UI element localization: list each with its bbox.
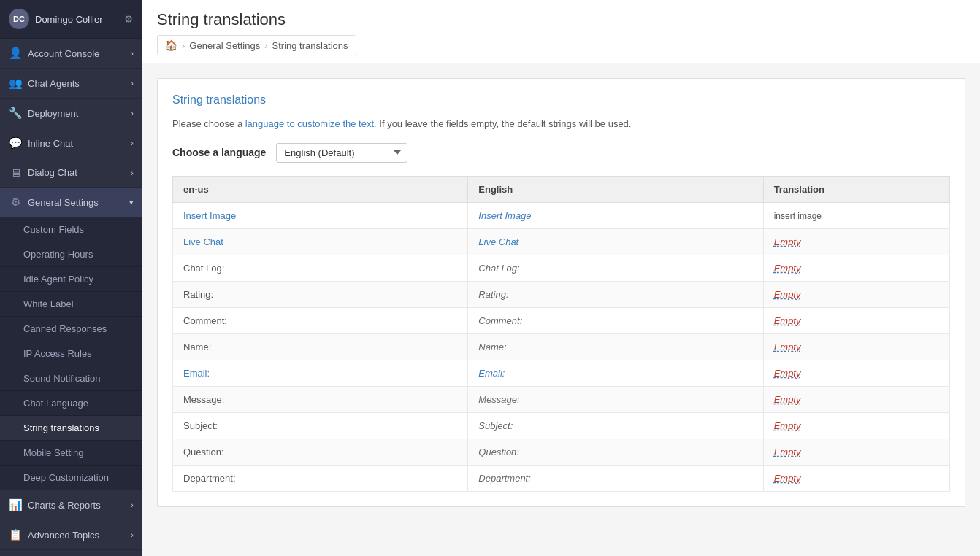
chevron-right-icon: › xyxy=(131,530,134,539)
table-row: Question:Question:Empty xyxy=(173,439,950,465)
username: Domingo Collier xyxy=(35,14,118,25)
sidebar-subitem-chat-language[interactable]: Chat Language xyxy=(0,391,142,416)
sidebar-subitem-deep-customization[interactable]: Deep Customization xyxy=(0,466,142,490)
col-header-enus: en-us xyxy=(173,176,468,202)
page-title: String translations xyxy=(157,10,965,29)
sidebar-item-inline-chat[interactable]: 💬 Inline Chat › xyxy=(0,128,142,158)
sidebar-item-deployment[interactable]: 🔧 Deployment › xyxy=(0,99,142,128)
cell-translation[interactable]: Empty xyxy=(763,439,949,465)
col-header-english: English xyxy=(468,176,763,202)
sidebar-subitem-ip-access-rules[interactable]: IP Access Rules xyxy=(0,341,142,366)
sidebar-subitem-mobile-setting[interactable]: Mobile Setting xyxy=(0,441,142,466)
cell-enus: Name: xyxy=(173,333,468,360)
table-row: Subject:Subject:Empty xyxy=(173,412,950,439)
cell-english: Question: xyxy=(468,439,763,465)
account-console-icon: 👤 xyxy=(9,47,22,60)
sidebar-item-label: General Settings xyxy=(28,197,129,208)
sidebar-item-label: Chat Agents xyxy=(28,78,131,89)
content-area: String translations Please choose a lang… xyxy=(142,63,980,556)
cell-enus: Subject: xyxy=(173,412,468,439)
cell-english: Comment: xyxy=(468,307,763,333)
table-row: Name:Name:Empty xyxy=(173,333,950,360)
main-content: String translations 🏠 › General Settings… xyxy=(142,0,980,556)
inline-chat-icon: 💬 xyxy=(9,136,22,150)
cell-enus: Message: xyxy=(173,386,468,412)
sidebar-subitem-idle-agent-policy[interactable]: Idle Agent Policy xyxy=(0,267,142,292)
sidebar-subitem-custom-fields[interactable]: Custom Fields xyxy=(0,217,142,242)
dialog-chat-icon: 🖥 xyxy=(9,166,22,179)
cell-english: Email: xyxy=(468,360,763,386)
sidebar-item-account-console[interactable]: 👤 Account Console › xyxy=(0,39,142,69)
sidebar-subitem-string-translations[interactable]: String translations xyxy=(0,416,142,441)
description-text-rest: If you leave the fields empty, the defau… xyxy=(377,118,632,129)
sidebar: DC Domingo Collier ⚙ 👤 Account Console ›… xyxy=(0,0,142,556)
chevron-right-icon: › xyxy=(131,49,134,58)
charts-icon: 📊 xyxy=(9,498,22,511)
language-select[interactable]: English (Default) French Spanish German … xyxy=(276,143,407,163)
user-profile[interactable]: DC Domingo Collier ⚙ xyxy=(0,0,142,39)
cell-translation[interactable]: Empty xyxy=(763,333,949,360)
description-text-plain: Please choose a xyxy=(172,118,245,129)
sidebar-item-advanced-topics[interactable]: 📋 Advanced Topics › xyxy=(0,520,142,550)
cell-translation[interactable]: Empty xyxy=(763,228,949,255)
cell-translation[interactable]: Empty xyxy=(763,255,949,281)
cell-english: Rating: xyxy=(468,281,763,307)
table-row: Live ChatLive ChatEmpty xyxy=(173,228,950,255)
table-row: Chat Log:Chat Log:Empty xyxy=(173,255,950,281)
breadcrumb-separator: › xyxy=(264,40,267,51)
sidebar-item-chat-agents[interactable]: 👥 Chat Agents › xyxy=(0,69,142,99)
advanced-topics-icon: 📋 xyxy=(9,528,22,541)
breadcrumb-separator: › xyxy=(182,40,185,51)
settings-gear-icon[interactable]: ⚙ xyxy=(124,13,134,25)
cell-enus: Department: xyxy=(173,465,468,491)
language-chooser: Choose a language English (Default) Fren… xyxy=(172,143,950,163)
sidebar-item-label: Advanced Topics xyxy=(28,530,131,541)
general-settings-submenu: Custom Fields Operating Hours Idle Agent… xyxy=(0,217,142,490)
sidebar-item-general-settings[interactable]: ⚙ General Settings ▾ xyxy=(0,188,142,217)
cell-translation[interactable]: Empty xyxy=(763,465,949,491)
breadcrumb: 🏠 › General Settings › String translatio… xyxy=(157,35,356,55)
sidebar-subitem-canned-responses[interactable]: Canned Responses xyxy=(0,317,142,341)
table-row: Email:Email:Empty xyxy=(173,360,950,386)
sidebar-item-dialog-chat[interactable]: 🖥 Dialog Chat › xyxy=(0,158,142,188)
sidebar-subitem-operating-hours[interactable]: Operating Hours xyxy=(0,242,142,267)
sidebar-subitem-white-label[interactable]: White Label xyxy=(0,292,142,317)
sidebar-item-label: Dialog Chat xyxy=(28,167,131,178)
breadcrumb-general-settings[interactable]: General Settings xyxy=(189,40,260,51)
cell-english: Department: xyxy=(468,465,763,491)
cell-enus: Question: xyxy=(173,439,468,465)
chevron-right-icon: › xyxy=(131,79,134,88)
chevron-right-icon: › xyxy=(131,139,134,147)
cell-translation[interactable]: Empty xyxy=(763,360,949,386)
cell-english: Subject: xyxy=(468,412,763,439)
sidebar-item-label: Inline Chat xyxy=(28,138,131,149)
home-icon[interactable]: 🏠 xyxy=(165,39,177,51)
cell-translation[interactable]: insert image xyxy=(763,202,949,228)
language-label: Choose a language xyxy=(172,147,266,158)
cell-translation[interactable]: Empty xyxy=(763,281,949,307)
cell-english: Message: xyxy=(468,386,763,412)
cell-translation[interactable]: Empty xyxy=(763,386,949,412)
description-link[interactable]: language to customize the text. xyxy=(245,118,377,129)
cell-enus: Rating: xyxy=(173,281,468,307)
cell-enus: Insert Image xyxy=(173,202,468,228)
cell-translation[interactable]: Empty xyxy=(763,307,949,333)
deployment-icon: 🔧 xyxy=(9,107,22,120)
cell-english: Live Chat xyxy=(468,228,763,255)
cell-english: Name: xyxy=(468,333,763,360)
sidebar-item-label: Deployment xyxy=(28,108,131,119)
cell-enus: Live Chat xyxy=(173,228,468,255)
breadcrumb-string-translations: String translations xyxy=(272,40,348,51)
cell-enus: Chat Log: xyxy=(173,255,468,281)
avatar: DC xyxy=(9,9,29,29)
sidebar-item-charts-reports[interactable]: 📊 Charts & Reports › xyxy=(0,490,142,520)
cell-english: Chat Log: xyxy=(468,255,763,281)
general-settings-icon: ⚙ xyxy=(9,196,22,209)
table-row: Message:Message:Empty xyxy=(173,386,950,412)
table-row: Comment:Comment:Empty xyxy=(173,307,950,333)
cell-translation[interactable]: Empty xyxy=(763,412,949,439)
chevron-right-icon: › xyxy=(131,501,134,509)
table-row: Insert ImageInsert Imageinsert image xyxy=(173,202,950,228)
table-header-row: en-us English Translation xyxy=(173,176,950,202)
sidebar-subitem-sound-notification[interactable]: Sound Notification xyxy=(0,366,142,391)
